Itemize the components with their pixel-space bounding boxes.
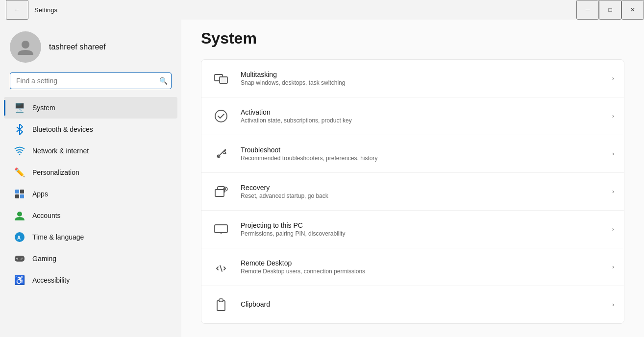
accessibility-icon: ♿ <box>14 274 25 286</box>
sidebar-item-personalization[interactable]: ✏️ Personalization <box>4 162 177 183</box>
settings-item-multitasking[interactable]: Multitasking Snap windows, desktops, tas… <box>201 60 624 97</box>
user-name: tashreef shareef <box>49 43 106 51</box>
sidebar-nav: 🖥️ System Bluetooth & devices <box>0 97 181 291</box>
troubleshoot-chevron: › <box>612 150 614 157</box>
clipboard-icon <box>211 295 231 314</box>
svg-point-1 <box>19 154 21 156</box>
projecting-desc: Permissions, pairing PIN, discoverabilit… <box>241 230 602 237</box>
settings-item-activation[interactable]: Activation Activation state, subscriptio… <box>201 97 624 135</box>
svg-rect-15 <box>220 77 227 83</box>
user-profile[interactable]: tashreef shareef <box>0 20 181 72</box>
maximize-button[interactable]: □ <box>599 0 621 20</box>
sidebar-item-network[interactable]: Network & internet <box>4 140 177 162</box>
titlebar-left: ← Settings <box>6 0 57 20</box>
personalization-icon: ✏️ <box>14 167 25 178</box>
titlebar-title: Settings <box>34 6 57 14</box>
multitasking-title: Multitasking <box>241 71 602 78</box>
remote-desktop-chevron: › <box>612 264 614 270</box>
svg-text:A: A <box>17 235 21 241</box>
sidebar-item-label: System <box>32 104 55 112</box>
activation-text: Activation Activation state, subscriptio… <box>241 108 602 124</box>
sidebar-item-accounts[interactable]: Accounts <box>4 205 177 226</box>
time-icon: A <box>14 231 25 243</box>
settings-item-recovery[interactable]: Recovery Reset, advanced startup, go bac… <box>201 173 624 211</box>
titlebar: ← Settings ─ □ ✕ <box>0 0 644 20</box>
troubleshoot-icon <box>211 144 231 164</box>
avatar <box>10 31 41 63</box>
search-button[interactable]: 🔍 <box>159 77 168 85</box>
svg-point-16 <box>215 110 227 122</box>
projecting-chevron: › <box>612 226 614 233</box>
clipboard-chevron: › <box>612 301 614 308</box>
svg-rect-3 <box>20 190 24 193</box>
svg-point-0 <box>22 41 29 48</box>
clipboard-title: Clipboard <box>241 300 602 308</box>
recovery-desc: Reset, advanced startup, go back <box>241 193 602 199</box>
system-icon: 🖥️ <box>14 102 25 114</box>
activation-title: Activation <box>241 108 602 116</box>
settings-item-troubleshoot[interactable]: Troubleshoot Recommended troubleshooters… <box>201 135 624 173</box>
sidebar: tashreef shareef 🔍 🖥️ System Bluetooth &… <box>0 20 181 337</box>
troubleshoot-desc: Recommended troubleshooters, preferences… <box>241 155 602 162</box>
svg-rect-22 <box>219 299 223 302</box>
settings-list: Multitasking Snap windows, desktops, tas… <box>201 59 624 324</box>
svg-rect-5 <box>20 194 24 198</box>
svg-rect-4 <box>15 194 19 198</box>
settings-item-remote-desktop[interactable]: Remote Desktop Remote Desktop users, con… <box>201 248 624 286</box>
search-input[interactable] <box>10 72 172 89</box>
svg-point-13 <box>21 259 22 260</box>
svg-point-12 <box>22 258 23 259</box>
gaming-icon <box>14 253 25 265</box>
network-icon <box>14 145 25 157</box>
sidebar-item-label: Personalization <box>32 168 79 176</box>
search-box: 🔍 <box>10 72 172 89</box>
recovery-chevron: › <box>612 188 614 195</box>
content-area: System Multitasking Snap windows, deskto… <box>181 20 644 337</box>
sidebar-item-bluetooth[interactable]: Bluetooth & devices <box>4 119 177 140</box>
sidebar-item-label: Network & internet <box>32 147 89 155</box>
titlebar-controls: ─ □ ✕ <box>576 0 644 20</box>
accounts-icon <box>14 210 25 221</box>
svg-rect-21 <box>217 301 225 311</box>
svg-rect-11 <box>17 258 18 260</box>
close-button[interactable]: ✕ <box>621 0 644 20</box>
sidebar-item-label: Apps <box>32 190 48 198</box>
app-container: tashreef shareef 🔍 🖥️ System Bluetooth &… <box>0 20 644 337</box>
troubleshoot-text: Troubleshoot Recommended troubleshooters… <box>241 146 602 162</box>
minimize-button[interactable]: ─ <box>576 0 599 20</box>
sidebar-item-label: Time & language <box>32 233 84 241</box>
sidebar-item-label: Accounts <box>32 212 61 219</box>
sidebar-item-label: Gaming <box>32 255 56 263</box>
settings-item-projecting[interactable]: Projecting to this PC Permissions, pairi… <box>201 211 624 248</box>
sidebar-item-time[interactable]: A Time & language <box>4 226 177 248</box>
sidebar-item-apps[interactable]: Apps <box>4 183 177 205</box>
svg-point-6 <box>17 212 22 217</box>
multitasking-icon <box>211 69 231 88</box>
sidebar-item-label: Bluetooth & devices <box>32 125 93 133</box>
sidebar-item-system[interactable]: 🖥️ System <box>4 97 177 119</box>
svg-rect-2 <box>15 190 19 193</box>
back-button[interactable]: ← <box>6 0 28 20</box>
remote-desktop-text: Remote Desktop Remote Desktop users, con… <box>241 259 602 275</box>
projecting-icon <box>211 219 231 239</box>
troubleshoot-title: Troubleshoot <box>241 146 602 154</box>
activation-desc: Activation state, subscriptions, product… <box>241 117 602 124</box>
sidebar-item-accessibility[interactable]: ♿ Accessibility <box>4 269 177 291</box>
recovery-text: Recovery Reset, advanced startup, go bac… <box>241 184 602 199</box>
projecting-title: Projecting to this PC <box>241 221 602 229</box>
sidebar-item-gaming[interactable]: Gaming <box>4 248 177 269</box>
activation-icon <box>211 106 231 126</box>
multitasking-chevron: › <box>612 75 614 82</box>
sidebar-item-label: Accessibility <box>32 276 70 284</box>
clipboard-text: Clipboard <box>241 300 602 309</box>
projecting-text: Projecting to this PC Permissions, pairi… <box>241 221 602 237</box>
recovery-icon <box>211 182 231 201</box>
recovery-title: Recovery <box>241 184 602 192</box>
svg-rect-18 <box>215 190 224 196</box>
apps-icon <box>14 188 25 200</box>
bluetooth-icon <box>14 123 25 135</box>
multitasking-text: Multitasking Snap windows, desktops, tas… <box>241 71 602 86</box>
remote-desktop-desc: Remote Desktop users, connection permiss… <box>241 268 602 275</box>
settings-item-clipboard[interactable]: Clipboard › <box>201 286 624 323</box>
remote-desktop-icon <box>211 257 231 277</box>
